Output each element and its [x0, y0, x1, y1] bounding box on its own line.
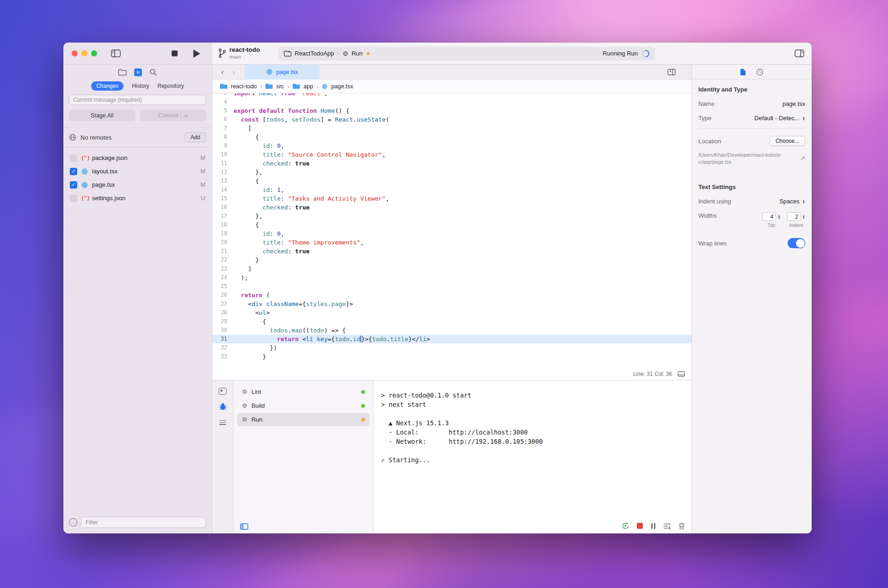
breadcrumb-src[interactable]: src [276, 83, 284, 90]
code-line[interactable]: 20 title: "Theme improvements", [212, 238, 691, 247]
choose-location-button[interactable]: Choose... [770, 136, 805, 146]
source-control-summary[interactable]: react-todo main [218, 47, 278, 60]
code-line[interactable]: 15 title: "Tasks and Activity Viewer", [212, 194, 691, 203]
restart-button[interactable] [622, 522, 629, 530]
code-line[interactable]: 24 ); [212, 273, 691, 282]
code-line[interactable]: 7 [ [212, 124, 691, 133]
indent-width-stepper[interactable]: 2 ▲▼ Indent [787, 212, 805, 228]
breadcrumb-project[interactable]: react-todo [231, 83, 257, 90]
tab-history[interactable]: History [132, 83, 149, 89]
editor-bottom-bar-icon[interactable] [678, 371, 685, 377]
file-row[interactable]: {"} package.json M [63, 151, 212, 165]
file-checkbox[interactable] [70, 195, 77, 202]
stage-all-button[interactable]: Stage All [69, 110, 136, 121]
code-line[interactable]: 9 id: 0, [212, 141, 691, 150]
code-editor[interactable]: 3import React from 'react';45export defa… [212, 93, 691, 368]
wrap-lines-toggle[interactable] [788, 238, 805, 248]
add-editor-icon[interactable] [667, 69, 676, 75]
tab-width-stepper[interactable]: 4 ▲▼ Tab [762, 212, 780, 228]
filter-options-icon[interactable]: … [69, 518, 77, 527]
name-label: Name [698, 100, 715, 107]
project-navigator-icon[interactable] [118, 69, 127, 76]
commit-message-input[interactable] [69, 95, 206, 105]
file-row[interactable]: ✓ page.tsx M [63, 178, 212, 191]
tab-repository[interactable]: Repository [158, 83, 184, 89]
filter-input[interactable] [81, 517, 206, 528]
code-line[interactable]: 12 }, [212, 168, 691, 177]
code-line[interactable]: 13 { [212, 177, 691, 185]
code-line[interactable]: 5export default function Home() { [212, 106, 691, 115]
add-remote-button[interactable]: Add [185, 132, 206, 142]
commit-button[interactable]: Commit [140, 110, 207, 121]
task-row-build[interactable]: ⚙ Build [237, 399, 370, 412]
code-line[interactable]: 6 const [todos, setTodos] = React.useSta… [212, 115, 691, 124]
tab-page-tsx[interactable]: page.tsx [245, 65, 320, 80]
stop-button[interactable] [172, 50, 178, 56]
source-control-navigator-icon[interactable]: ✕ [134, 68, 142, 76]
activity-status[interactable]: Running Run [603, 50, 649, 57]
file-name: settings.json [92, 195, 125, 202]
code-line[interactable]: 30 todos.map((todo) => { [212, 326, 691, 335]
pause-button[interactable] [650, 523, 656, 529]
back-icon[interactable]: ‹ [217, 67, 228, 77]
code-line[interactable]: 25 [212, 282, 691, 291]
terminal-icon[interactable] [219, 388, 227, 395]
file-checkbox[interactable]: ✓ [70, 181, 77, 189]
name-value: page.tsx [783, 100, 805, 107]
clear-console-icon[interactable] [678, 522, 685, 530]
scheme-selector[interactable]: ReactTodoApp › ⚙ Run [284, 50, 370, 57]
close-window-button[interactable] [72, 50, 78, 56]
console-filter-icon[interactable] [663, 523, 671, 529]
stop-console-button[interactable] [637, 523, 643, 529]
file-row[interactable]: ✓ layout.tsx M [63, 165, 212, 178]
file-row[interactable]: {"} settings.json U [63, 191, 212, 205]
commit-button-label: Commit [158, 112, 178, 119]
code-line[interactable]: 31 return <li key={todo.id}>{todo.title}… [212, 335, 691, 343]
code-line[interactable]: 11 checked: true [212, 159, 691, 168]
toggle-inspector-icon[interactable] [795, 49, 804, 57]
history-inspector-icon[interactable] [756, 68, 764, 76]
code-line[interactable]: 28 <ul> [212, 308, 691, 317]
code-line[interactable]: 22 } [212, 256, 691, 264]
code-line[interactable]: 17 }, [212, 212, 691, 220]
code-line[interactable]: 27 <div className={styles.page}> [212, 300, 691, 308]
code-line[interactable]: 16 checked: true [212, 203, 691, 212]
console-output[interactable]: > react-todo@0.1.0 start> next start ▲ N… [374, 380, 691, 533]
minimize-window-button[interactable] [81, 50, 87, 56]
bug-icon[interactable] [219, 403, 227, 411]
file-status-badge: U [201, 195, 205, 202]
breadcrumb-app[interactable]: app [303, 83, 313, 90]
forward-icon[interactable]: › [228, 67, 239, 77]
code-line[interactable]: 18 { [212, 220, 691, 229]
toggle-task-list-icon[interactable] [240, 523, 248, 530]
breadcrumb-file[interactable]: page.tsx [331, 83, 353, 90]
code-line[interactable]: 14 id: 1, [212, 185, 691, 194]
file-checkbox[interactable] [70, 154, 77, 162]
code-line[interactable]: 8 { [212, 133, 691, 141]
search-icon[interactable] [149, 68, 157, 76]
open-in-finder-icon[interactable]: ↗ [800, 155, 805, 162]
code-line[interactable]: 21 checked: true [212, 247, 691, 256]
code-line[interactable]: 19 id: 0, [212, 229, 691, 238]
file-inspector-icon[interactable] [740, 68, 746, 76]
code-line[interactable]: 26 return ( [212, 291, 691, 300]
line-number: 32 [212, 343, 234, 352]
task-row-lint[interactable]: ⚙ Lint [237, 385, 370, 398]
code-line[interactable]: 4 [212, 98, 691, 106]
code-line[interactable]: 10 title: "Source Control Navigator", [212, 150, 691, 159]
code-line[interactable]: 23 ] [212, 264, 691, 273]
file-checkbox[interactable]: ✓ [70, 168, 77, 175]
type-popup[interactable]: Default - Detec... ▲▼ [754, 115, 805, 122]
list-icon[interactable] [219, 419, 226, 426]
task-label: Run [252, 416, 263, 423]
task-row-run[interactable]: ⚙ Run [237, 413, 370, 426]
code-line[interactable]: 33 } [212, 352, 691, 361]
code-line[interactable]: 3import React from 'react'; [212, 93, 691, 98]
code-line[interactable]: 32 }) [212, 343, 691, 352]
run-button[interactable] [193, 49, 200, 58]
zoom-window-button[interactable] [91, 50, 97, 56]
toggle-navigator-icon[interactable] [111, 49, 121, 57]
tab-changes[interactable]: Changes [91, 81, 123, 91]
code-line[interactable]: 29 { [212, 317, 691, 326]
indent-using-popup[interactable]: Spaces ▲▼ [779, 198, 805, 205]
